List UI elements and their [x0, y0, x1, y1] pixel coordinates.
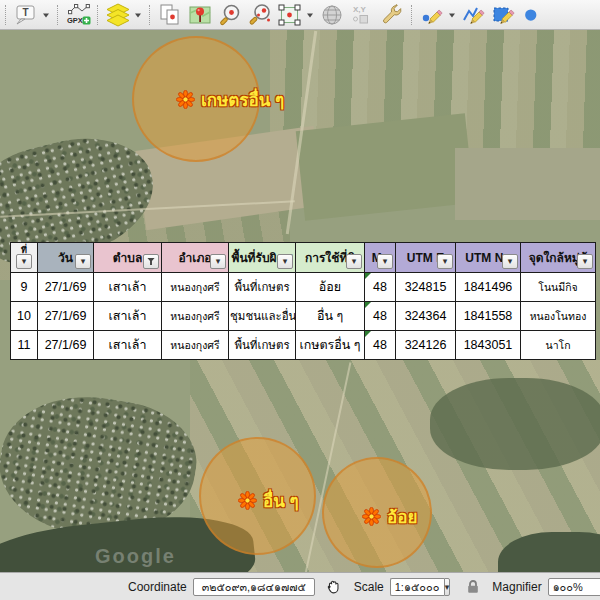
column-header-0[interactable]: ที่ — [11, 243, 38, 273]
table-cell[interactable]: หนองกุงศรี — [162, 302, 229, 331]
wrench-icon — [380, 3, 404, 27]
svg-text:GPX: GPX — [67, 16, 83, 25]
column-dropdown-button[interactable] — [277, 254, 293, 269]
lock-icon[interactable] — [466, 579, 480, 594]
column-dropdown-button[interactable] — [377, 254, 393, 269]
column-dropdown-button[interactable] — [346, 254, 362, 269]
toolbar-separator — [57, 5, 58, 25]
marker-label: เกษตรอื่น ๆ — [201, 86, 284, 113]
table-cell[interactable]: 10 — [11, 302, 38, 331]
table-cell[interactable]: หนองโนทอง — [521, 302, 596, 331]
toolbar-separator — [149, 5, 150, 25]
column-header-4[interactable]: พื้นที่รับผิดช — [229, 243, 296, 273]
table-cell[interactable]: 48 — [365, 302, 396, 331]
table-row: 1127/1/69เสาเล้าหนองกุงศรีพื้นที่เกษตรเก… — [11, 331, 596, 360]
xy-coords-button[interactable]: X,Y — [348, 2, 375, 28]
map-marker[interactable]: อื่น ๆ — [238, 487, 299, 514]
globe-button[interactable] — [318, 2, 345, 28]
column-header-7[interactable]: UTM E — [396, 243, 456, 273]
draw-line-button[interactable] — [460, 2, 487, 28]
column-filter-button[interactable] — [143, 254, 159, 269]
table-cell[interactable]: อื่น ๆ — [296, 302, 365, 331]
draw-point-button[interactable] — [418, 2, 445, 28]
text-annotation-button[interactable]: T — [12, 2, 39, 28]
column-dropdown-button[interactable] — [577, 254, 593, 269]
draw-line-icon — [462, 3, 486, 27]
table-cell[interactable]: 1841558 — [456, 302, 521, 331]
error-triangle-icon — [365, 331, 371, 337]
table-cell[interactable]: 48 — [365, 273, 396, 302]
table-cell[interactable]: เกษตรอื่น ๆ — [296, 331, 365, 360]
copy-features-button[interactable] — [156, 2, 183, 28]
draw-point-dropdown[interactable] — [446, 2, 457, 28]
globe-icon — [320, 3, 344, 27]
layers-dropdown[interactable] — [132, 2, 143, 28]
column-header-label: วัน — [58, 251, 73, 265]
column-header-2[interactable]: ตำบล — [94, 243, 162, 273]
table-cell[interactable]: นาโก — [521, 331, 596, 360]
scale-input[interactable] — [390, 578, 444, 596]
select-region-dropdown[interactable] — [304, 2, 315, 28]
table-cell[interactable]: พื้นที่เกษตร — [229, 273, 296, 302]
table-cell[interactable]: หนองกุงศรี — [162, 273, 229, 302]
column-dropdown-button[interactable] — [75, 254, 91, 269]
table-cell[interactable]: 48 — [365, 331, 396, 360]
svg-text:X,Y: X,Y — [353, 5, 367, 14]
zoom-to-point-button[interactable] — [216, 2, 243, 28]
table-cell[interactable]: เสาเล้า — [94, 273, 162, 302]
table-cell[interactable]: อ้อย — [296, 273, 365, 302]
draw-polygon-button[interactable] — [490, 2, 517, 28]
table-cell[interactable]: โนนมีกิจ — [521, 273, 596, 302]
magnifier-point-icon — [218, 3, 242, 27]
flower-point-icon — [176, 90, 195, 109]
column-header-6[interactable]: M_ — [365, 243, 396, 273]
column-header-9[interactable]: จุดใกล้หมู่บ้ — [521, 243, 596, 273]
column-dropdown-button[interactable] — [210, 254, 226, 269]
table-cell[interactable]: 324815 — [396, 273, 456, 302]
table-cell[interactable]: เสาเล้า — [94, 302, 162, 331]
layers-icon — [105, 3, 131, 27]
pan-hand-icon[interactable] — [325, 578, 342, 595]
scale-dropdown-button[interactable]: ▾ — [444, 578, 451, 596]
table-cell[interactable]: 9 — [11, 273, 38, 302]
column-header-8[interactable]: UTM No — [456, 243, 521, 273]
magnifier-input[interactable] — [548, 578, 600, 596]
table-cell[interactable]: 27/1/69 — [38, 302, 94, 331]
gpx-import-button[interactable]: GPX — [64, 2, 91, 28]
table-cell[interactable]: 11 — [11, 331, 38, 360]
svg-text:T: T — [22, 7, 28, 18]
table-cell[interactable]: 27/1/69 — [38, 273, 94, 302]
table-cell[interactable]: 1841496 — [456, 273, 521, 302]
table-cell[interactable]: ชุมชนและอื่น ๆ — [229, 302, 296, 331]
main-toolbar: T GPX — [0, 0, 600, 30]
text-annotation-dropdown[interactable] — [40, 2, 51, 28]
coordinate-input[interactable] — [193, 578, 315, 596]
magnifier-label: Magnifier — [492, 580, 541, 594]
draw-circle-button[interactable] — [522, 2, 537, 28]
column-dropdown-button[interactable] — [502, 254, 518, 269]
table-cell[interactable]: 1843051 — [456, 331, 521, 360]
column-dropdown-button[interactable] — [437, 254, 453, 269]
column-header-3[interactable]: อำเภอ — [162, 243, 229, 273]
chevron-down-icon — [448, 11, 456, 19]
table-row: 927/1/69เสาเล้าหนองกุงศรีพื้นที่เกษตรอ้อ… — [11, 273, 596, 302]
layers-button[interactable] — [104, 2, 131, 28]
table-cell[interactable]: 27/1/69 — [38, 331, 94, 360]
table-cell[interactable]: เสาเล้า — [94, 331, 162, 360]
zoom-selection-button[interactable] — [246, 2, 273, 28]
chevron-down-icon — [306, 11, 314, 19]
table-cell[interactable]: 324364 — [396, 302, 456, 331]
column-header-1[interactable]: วัน — [38, 243, 94, 273]
column-dropdown-button[interactable] — [16, 254, 32, 269]
map-marker[interactable]: อ้อย — [362, 503, 417, 530]
column-header-5[interactable]: การใช้ที่ดิ — [296, 243, 365, 273]
table-cell[interactable]: พื้นที่เกษตร — [229, 331, 296, 360]
table-cell[interactable]: หนองกุงศรี — [162, 331, 229, 360]
table-cell[interactable]: 324126 — [396, 331, 456, 360]
settings-button[interactable] — [378, 2, 405, 28]
pin-location-button[interactable] — [186, 2, 213, 28]
select-region-button[interactable] — [276, 2, 303, 28]
map-marker[interactable]: เกษตรอื่น ๆ — [176, 86, 284, 113]
flower-point-icon — [238, 491, 257, 510]
table-row: 1027/1/69เสาเล้าหนองกุงศรีชุมชนและอื่น ๆ… — [11, 302, 596, 331]
